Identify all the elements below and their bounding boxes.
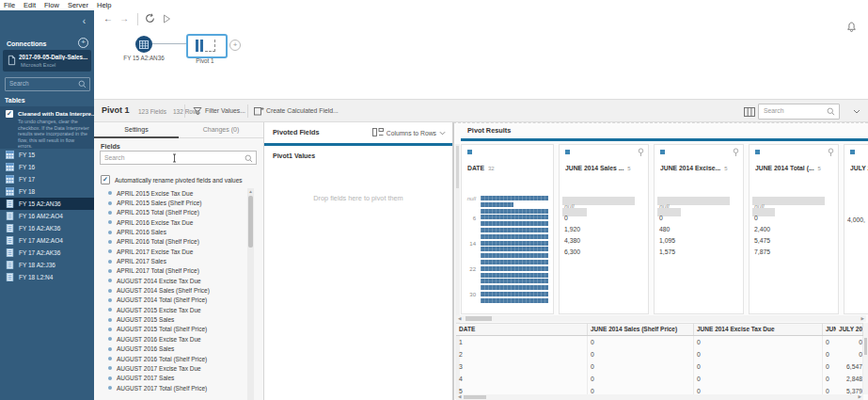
field-list-item[interactable]: APRIL 2017 Excise Tax Due xyxy=(94,247,247,256)
histogram-bar[interactable] xyxy=(481,221,548,226)
histogram-bar[interactable] xyxy=(481,253,548,258)
histogram-bar[interactable] xyxy=(481,260,548,264)
table-row[interactable]: 20000 xyxy=(456,348,863,360)
field-list-item[interactable]: AUGUST 2017 Total (Shelf Price) xyxy=(94,383,247,392)
menu-item[interactable]: Server xyxy=(68,1,88,9)
sidebar-table-item[interactable]: FY 16 A2:AK36 xyxy=(0,222,94,234)
checkbox-checked-icon[interactable]: ✓ xyxy=(101,175,110,184)
undo-icon[interactable]: ← xyxy=(103,14,113,24)
menu-item[interactable]: File xyxy=(4,1,15,9)
add-step-icon[interactable]: + xyxy=(229,40,241,51)
pivot-mode-dropdown[interactable]: Columns to Rows xyxy=(372,128,446,137)
pivot-drop-zone[interactable]: Drop fields here to pivot them xyxy=(264,194,452,202)
scrollbar-left-arrow[interactable]: ◀ xyxy=(458,316,461,321)
value-row[interactable]: 0 xyxy=(752,207,835,218)
field-list-item[interactable]: APRIL 2017 Total (Shelf Price) xyxy=(94,266,247,276)
histogram-bar[interactable] xyxy=(481,247,548,251)
add-connection-button[interactable]: + xyxy=(78,38,88,48)
tab[interactable]: Settings xyxy=(94,122,179,137)
value-row[interactable]: null xyxy=(657,196,740,207)
grid-horizontal-scrollbar[interactable]: ◀ ▶ xyxy=(456,394,863,400)
pin-icon[interactable] xyxy=(638,148,644,157)
field-list-item[interactable]: APRIL 2017 Sales xyxy=(94,256,247,265)
profile-card-partial[interactable]: JULY 2 4,000, xyxy=(844,144,868,314)
table-row[interactable]: 50005,379 xyxy=(456,385,863,394)
field-list-item[interactable]: AUGUST 2014 Sales (Shelf Price) xyxy=(94,285,247,295)
refresh-icon[interactable] xyxy=(145,13,155,24)
field-select-square[interactable] xyxy=(565,150,570,154)
histogram-bar[interactable] xyxy=(481,266,548,271)
histogram-bar[interactable] xyxy=(481,215,548,219)
fields-search-input[interactable] xyxy=(101,152,236,163)
field-select-square[interactable] xyxy=(850,150,855,154)
field-select-square[interactable] xyxy=(660,150,665,154)
histogram-bar[interactable] xyxy=(481,234,548,239)
scrollbar-thumb[interactable] xyxy=(464,395,486,399)
table-row[interactable]: 10000 xyxy=(456,336,863,348)
field-list-item[interactable]: AUGUST 2017 Sales xyxy=(94,374,247,383)
sidebar-search-input[interactable] xyxy=(6,78,77,88)
scrollbar-right-arrow[interactable]: ▶ xyxy=(859,394,861,400)
field-list-item[interactable]: APRIL 2015 Total (Shelf Price) xyxy=(94,208,247,217)
scrollbar-left-arrow[interactable]: ◀ xyxy=(458,394,461,400)
connection-item[interactable]: 2017-09-05-Daily-Sales... Microsoft Exce… xyxy=(3,50,91,72)
sidebar-table-item[interactable]: FY 16 xyxy=(0,161,94,173)
sidebar-table-item[interactable]: FY 16 AM2:AO4 xyxy=(0,210,94,222)
create-calculated-field-button[interactable]: Create Calculated Field... xyxy=(266,107,339,114)
grid-view-icon[interactable] xyxy=(744,107,755,117)
profile-horizontal-scrollbar[interactable]: ◀ ▶ xyxy=(456,315,866,322)
sidebar-table-item[interactable]: FY 18 L2:N4 xyxy=(0,271,94,283)
grid-column-header[interactable]: DATE xyxy=(456,324,588,335)
histogram-bar[interactable] xyxy=(481,273,548,278)
profile-card-date[interactable]: DATE32 null6142230 xyxy=(461,144,554,314)
field-list-item[interactable]: AUGUST 2015 Sales xyxy=(94,314,247,324)
chevron-down-icon[interactable] xyxy=(853,109,860,114)
value-row[interactable]: 0 xyxy=(657,207,740,218)
value-row[interactable]: 1,095 xyxy=(657,230,740,241)
histogram-bar[interactable] xyxy=(481,279,548,283)
histogram-bar[interactable] xyxy=(481,292,548,296)
grid-column-header[interactable]: JUNE 2014 Total (Shelf Price) xyxy=(823,324,836,335)
alerts-bell-icon[interactable] xyxy=(846,22,857,33)
field-list-item[interactable]: AUGUST 2015 Excise Tax Due xyxy=(94,305,247,314)
scrollbar-up-arrow[interactable]: ▲ xyxy=(247,189,254,194)
value-row[interactable]: 2,400 xyxy=(752,218,835,230)
sidebar-table-item[interactable]: FY 17 AM2:AO4 xyxy=(0,234,94,247)
field-list-item[interactable]: AUGUST 2014 Excise Tax Due xyxy=(94,276,247,285)
collapse-sidebar-icon[interactable]: ‹ xyxy=(83,17,86,26)
pin-icon[interactable] xyxy=(733,148,739,157)
field-list-item[interactable]: AUGUST 2014 Total (Shelf Price) xyxy=(94,296,247,305)
pivot-node-selected[interactable] xyxy=(186,34,228,58)
value-row[interactable]: 1,920 xyxy=(562,218,645,230)
scrollbar-thumb[interactable] xyxy=(456,146,459,188)
grid-column-header[interactable]: JULY 20 xyxy=(836,324,863,335)
value-row[interactable]: 6,300 xyxy=(562,241,645,252)
scrollbar-thumb[interactable] xyxy=(466,316,492,321)
profile-card[interactable]: JUNE 2014 Excise...5 null 0 xyxy=(654,144,744,314)
scrollbar-right-arrow[interactable]: ▶ xyxy=(861,316,864,321)
results-search-input[interactable] xyxy=(759,104,826,117)
value-row[interactable]: null xyxy=(562,196,645,207)
histogram-bar[interactable] xyxy=(481,228,548,232)
histogram-bar[interactable] xyxy=(481,298,548,303)
menu-item[interactable]: Edit xyxy=(24,1,36,9)
value-row[interactable]: 480 xyxy=(657,218,740,230)
grid-vertical-scrollbar[interactable] xyxy=(863,323,868,394)
table-row[interactable]: 30006,547 xyxy=(456,360,863,373)
menu-item[interactable]: Help xyxy=(97,1,111,9)
histogram-bar[interactable] xyxy=(481,202,513,207)
histogram-bar[interactable] xyxy=(481,209,548,214)
value-row[interactable]: 1,575 xyxy=(657,241,740,252)
menu-item[interactable]: Flow xyxy=(44,1,59,9)
histogram-bar[interactable] xyxy=(481,241,548,246)
field-list-item[interactable]: AUGUST 2016 Sales xyxy=(94,344,247,354)
scrollbar-thumb[interactable] xyxy=(864,338,867,355)
grid-column-header[interactable]: JUNE 2014 Sales (Shelf Price) xyxy=(588,324,694,335)
field-list-item[interactable]: AUGUST 2015 Total (Shelf Price) xyxy=(94,325,247,334)
value-row[interactable]: null xyxy=(752,196,835,207)
sidebar-table-item[interactable]: FY 18 A2:J36 xyxy=(0,259,94,271)
field-list-item[interactable]: APRIL 2015 Sales (Shelf Price) xyxy=(94,198,247,207)
fields-scrollbar[interactable]: ▲ xyxy=(247,188,254,400)
sidebar-table-item[interactable]: FY 17 xyxy=(0,173,94,185)
field-list-item[interactable]: AUGUST 2016 Excise Tax Due xyxy=(94,334,247,344)
